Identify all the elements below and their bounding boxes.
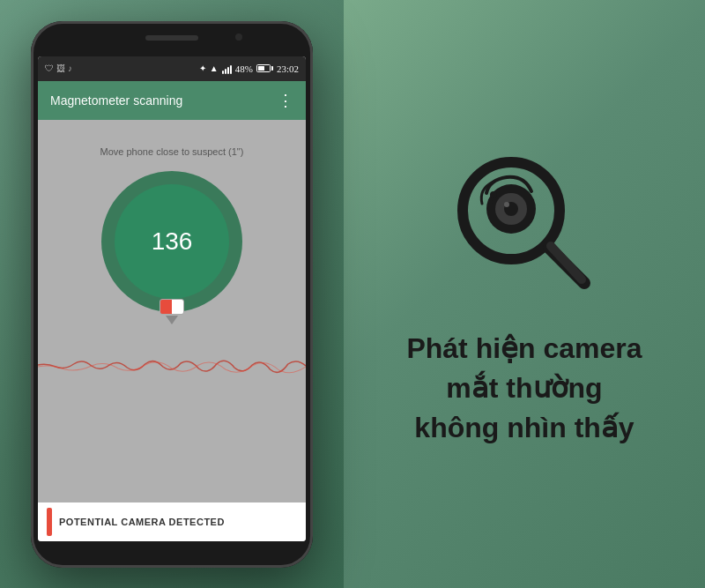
phone-front-camera [235, 33, 242, 41]
right-panel: Phát hiện camera mắt thường không nhìn t… [344, 0, 705, 588]
status-bar: 🛡 🖼 ♪ ✦ ▲ 48% [38, 56, 306, 81]
svg-point-5 [490, 191, 497, 198]
shield-icon: 🛡 [45, 63, 54, 73]
magnetometer-outer-circle: 136 [101, 171, 242, 312]
promo-line2: mắt thường [406, 368, 642, 408]
graph-area [38, 339, 306, 383]
status-icons-left: 🛡 🖼 ♪ [45, 63, 72, 73]
camera-search-icon [436, 140, 612, 299]
svg-point-6 [489, 200, 493, 204]
app-bar: Magnetometer scanning ⋮ [38, 81, 306, 120]
magnetometer-value: 136 [152, 227, 193, 256]
screen-content: Move phone close to suspect (1") 136 [38, 120, 306, 541]
alert-bar: POTENTIAL CAMERA DETECTED [38, 502, 306, 541]
camera-icon-container [436, 140, 612, 302]
promo-text: Phát hiện camera mắt thường không nhìn t… [406, 329, 642, 447]
svg-point-4 [504, 202, 509, 207]
bluetooth-icon: ✦ [199, 63, 206, 73]
phone-frame: 🛡 🖼 ♪ ✦ ▲ 48% [31, 21, 313, 568]
instruction-text: Move phone close to suspect (1") [100, 146, 244, 157]
left-panel: 🛡 🖼 ♪ ✦ ▲ 48% [0, 0, 344, 588]
time-display: 23:02 [277, 63, 299, 74]
battery-icon [256, 64, 273, 72]
wifi-icon: ▲ [210, 63, 219, 73]
status-icons-right: ✦ ▲ 48% 23:02 [199, 63, 299, 74]
app-title: Magnetometer scanning [50, 93, 182, 108]
promo-line3: không nhìn thấy [406, 408, 642, 448]
alert-text: POTENTIAL CAMERA DETECTED [59, 517, 225, 527]
promo-line1: Phát hiện camera [406, 329, 642, 368]
battery-percent: 48% [235, 63, 253, 74]
compass-indicator [160, 299, 184, 324]
signal-icon [222, 63, 232, 74]
graph-svg [38, 339, 306, 383]
menu-icon[interactable]: ⋮ [278, 91, 293, 110]
phone-screen: 🛡 🖼 ♪ ✦ ▲ 48% [38, 56, 306, 541]
magnetometer-inner-circle: 136 [115, 184, 229, 299]
image-icon: 🖼 [56, 63, 65, 73]
alert-stripe [47, 508, 52, 536]
music-icon: ♪ [68, 63, 72, 73]
phone-speaker [145, 35, 198, 41]
